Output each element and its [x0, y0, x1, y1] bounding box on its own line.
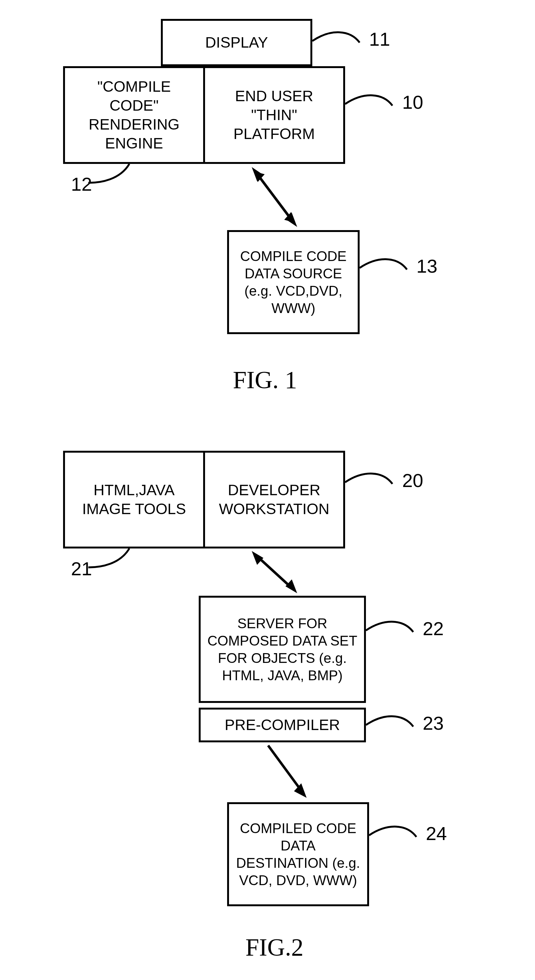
fig1-platform-box: END USER "THIN" PLATFORM — [203, 66, 345, 164]
fig2-tools-ref: 21 — [71, 558, 92, 580]
fig1-display-ref: 11 — [369, 29, 390, 50]
fig2-dest-leader — [369, 819, 432, 845]
svg-marker-7 — [286, 579, 297, 593]
fig1-display-text: DISPLAY — [205, 33, 268, 52]
fig2-dest-text: COMPILED CODE DATA DESTINATION (e.g. VCD… — [235, 819, 361, 889]
fig1-engine-box: "COMPILE CODE" RENDERING ENGINE — [63, 66, 205, 164]
fig2-arrow-precompiler-dest — [259, 742, 315, 802]
fig1-engine-text: "COMPILE CODE" RENDERING ENGINE — [71, 77, 197, 153]
svg-marker-6 — [252, 551, 264, 565]
fig2-tools-leader — [88, 549, 136, 574]
svg-line-0 — [256, 172, 293, 222]
fig1-engine-leader — [88, 164, 136, 189]
fig1-source-ref: 13 — [417, 255, 438, 277]
fig1-display-leader — [312, 25, 375, 51]
diagram-page: DISPLAY 11 "COMPILE CODE" RENDERING ENGI… — [0, 0, 535, 980]
fig1-display-box: DISPLAY — [161, 19, 312, 66]
fig2-tools-text: HTML,JAVA IMAGE TOOLS — [71, 481, 197, 519]
fig1-platform-ref: 10 — [402, 91, 423, 113]
fig1-source-box: COMPILE CODE DATA SOURCE (e.g. VCD,DVD, … — [227, 230, 359, 334]
fig1-caption: FIG. 1 — [202, 366, 328, 394]
fig2-workstation-ref: 20 — [402, 470, 423, 492]
fig2-precompiler-box: PRE-COMPILER — [199, 708, 366, 742]
fig2-precompiler-ref: 23 — [423, 713, 444, 734]
fig2-server-ref: 22 — [423, 618, 444, 640]
fig2-server-text: SERVER FOR COMPOSED DATA SET FOR OBJECTS… — [207, 615, 358, 684]
fig2-caption: FIG.2 — [211, 933, 337, 961]
fig2-workstation-box: DEVELOPER WORKSTATION — [203, 451, 345, 549]
fig2-workstation-text: DEVELOPER WORKSTATION — [211, 481, 337, 519]
fig1-arrow-platform-source — [246, 164, 303, 230]
fig2-workstation-leader — [345, 466, 408, 492]
fig2-precompiler-leader — [366, 709, 429, 735]
fig2-tools-box: HTML,JAVA IMAGE TOOLS — [63, 451, 205, 549]
fig2-precompiler-text: PRE-COMPILER — [225, 716, 340, 735]
svg-marker-9 — [294, 783, 307, 798]
fig1-platform-leader — [345, 88, 408, 113]
svg-line-8 — [268, 746, 303, 793]
fig1-source-leader — [359, 252, 423, 277]
fig2-dest-ref: 24 — [426, 823, 447, 845]
fig2-arrow-workstation-server — [246, 549, 303, 596]
fig1-source-text: COMPILE CODE DATA SOURCE (e.g. VCD,DVD, … — [235, 247, 351, 317]
fig2-server-leader — [366, 615, 429, 640]
fig2-dest-box: COMPILED CODE DATA DESTINATION (e.g. VCD… — [227, 802, 369, 906]
fig2-server-box: SERVER FOR COMPOSED DATA SET FOR OBJECTS… — [199, 596, 366, 703]
fig1-engine-ref: 12 — [71, 173, 92, 195]
fig1-platform-text: END USER "THIN" PLATFORM — [211, 87, 337, 143]
